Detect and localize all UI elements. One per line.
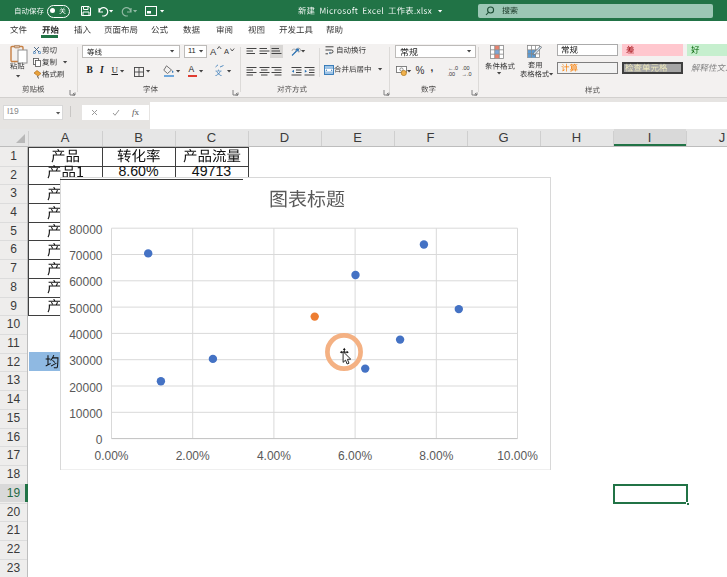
svg-text:60000: 60000 bbox=[69, 275, 103, 289]
svg-text:.00: .00 bbox=[462, 65, 470, 71]
svg-text:→.0: →.0 bbox=[462, 71, 472, 77]
svg-text:50000: 50000 bbox=[69, 302, 103, 316]
svg-text:6.00%: 6.00% bbox=[338, 449, 372, 463]
svg-text:←.0: ←.0 bbox=[448, 65, 458, 71]
svg-text:20000: 20000 bbox=[69, 381, 103, 395]
svg-text:10000: 10000 bbox=[69, 407, 103, 421]
svg-text:8.00%: 8.00% bbox=[419, 449, 453, 463]
svg-text:0: 0 bbox=[95, 433, 102, 447]
svg-text:40000: 40000 bbox=[69, 328, 103, 342]
svg-text:4.00%: 4.00% bbox=[256, 449, 290, 463]
svg-text:0.00%: 0.00% bbox=[94, 449, 128, 463]
svg-text:70000: 70000 bbox=[69, 249, 103, 263]
svg-text:.00: .00 bbox=[448, 71, 456, 77]
svg-text:2.00%: 2.00% bbox=[175, 449, 209, 463]
svg-text:80000: 80000 bbox=[69, 223, 103, 237]
svg-text:30000: 30000 bbox=[69, 354, 103, 368]
svg-text:10.00%: 10.00% bbox=[497, 449, 538, 463]
